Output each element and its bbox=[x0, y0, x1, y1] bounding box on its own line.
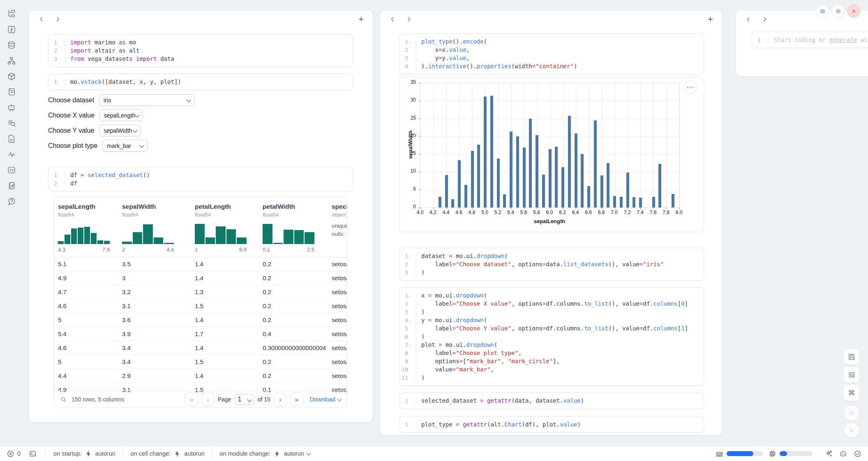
code-text[interactable]: y=y.value, bbox=[416, 54, 470, 62]
code-cell-plot-type[interactable]: 1plot_type = getattr(alt.Chart(df), plot… bbox=[399, 416, 704, 433]
logs-search-icon[interactable] bbox=[7, 118, 16, 128]
table-row[interactable]: 5.13.51.40.2setosa bbox=[54, 257, 347, 271]
table-row[interactable]: 53.61.40.2setosa bbox=[54, 313, 347, 327]
chart-menu-button[interactable]: ••• bbox=[684, 81, 697, 94]
code-cell-vstack[interactable]: 1mo.vstack([dataset, x, y, plot]) bbox=[48, 74, 353, 90]
add-cell-button[interactable]: + bbox=[708, 15, 713, 24]
code-text[interactable]: plot = mo.ui.dropdown( bbox=[416, 341, 497, 349]
chevron-left-icon[interactable] bbox=[38, 16, 45, 23]
close-button[interactable] bbox=[847, 5, 860, 18]
code-text[interactable]: ) bbox=[416, 268, 425, 277]
code-text[interactable]: import altair as alt bbox=[65, 46, 140, 55]
code-text[interactable]: label="Choose Y value", options=df.colum… bbox=[416, 324, 688, 332]
table-row[interactable]: 4.63.11.50.2setosa bbox=[54, 299, 347, 313]
document-icon[interactable] bbox=[7, 134, 16, 144]
on-module-change-setting[interactable]: on module change: autorun bbox=[220, 450, 311, 458]
terminal-button[interactable] bbox=[29, 450, 37, 458]
copilot-button[interactable] bbox=[839, 450, 847, 458]
code-text[interactable]: value="mark_bar", bbox=[416, 365, 494, 373]
ai-assistant-button[interactable] bbox=[825, 450, 833, 458]
code-text[interactable]: x = mo.ui.dropdown( bbox=[416, 291, 487, 300]
code-text[interactable]: Start coding or generate with bbox=[769, 36, 868, 44]
column-header[interactable]: petalWidthfloat640.12.5 bbox=[259, 203, 328, 253]
code-text[interactable]: dataset = mo.ui.dropdown( bbox=[416, 252, 508, 260]
code-text[interactable]: ) bbox=[416, 308, 425, 316]
chevron-right-icon[interactable] bbox=[762, 16, 768, 23]
notepad-icon[interactable] bbox=[7, 181, 16, 191]
activity-icon[interactable] bbox=[7, 150, 16, 159]
chat-icon[interactable] bbox=[7, 103, 16, 113]
code-cell-df[interactable]: 1df = selected_dataset()2df bbox=[48, 167, 353, 191]
column-header[interactable]: sepalLengthfloat644.37.9 bbox=[54, 203, 118, 253]
code-text[interactable]: plot_type().encode( bbox=[416, 37, 487, 46]
keyboard-shortcuts-button[interactable]: ⌘ bbox=[843, 385, 860, 401]
dependency-graph-icon[interactable] bbox=[7, 56, 16, 66]
page-select[interactable]: 1 bbox=[235, 394, 254, 405]
connection-status-button[interactable] bbox=[854, 450, 861, 458]
chevron-left-icon[interactable] bbox=[389, 16, 396, 23]
column-header[interactable]: sepalWidthfloat6424.4 bbox=[118, 203, 191, 253]
plot-area[interactable] bbox=[420, 83, 680, 208]
next-page-button[interactable]: › bbox=[274, 393, 287, 406]
chevron-right-icon[interactable] bbox=[55, 16, 61, 23]
table-row[interactable]: 5.43.91.70.4setosa bbox=[54, 327, 347, 341]
snippets-icon[interactable] bbox=[7, 165, 16, 175]
code-text[interactable]: df bbox=[65, 179, 77, 187]
column-header[interactable]: speciesobjectunique:nulls: bbox=[328, 203, 347, 253]
dropdown-select[interactable]: iris bbox=[99, 94, 194, 106]
table-row[interactable]: 4.42.91.40.2setosa bbox=[54, 369, 347, 383]
layout-button[interactable] bbox=[843, 366, 860, 383]
code-text[interactable]: ).interactive().properties(width="contai… bbox=[416, 62, 577, 70]
packages-icon[interactable] bbox=[7, 71, 16, 81]
functions-icon[interactable] bbox=[7, 25, 16, 35]
chevron-right-icon[interactable] bbox=[406, 16, 412, 23]
run-button[interactable] bbox=[844, 422, 859, 438]
code-text[interactable]: label="Choose X value", options=df.colum… bbox=[416, 300, 688, 308]
settings-button[interactable] bbox=[831, 5, 845, 18]
code-text[interactable]: df = selected_dataset() bbox=[65, 171, 150, 179]
code-text[interactable]: x=x.value, bbox=[416, 46, 470, 54]
dropdown-select[interactable]: sepalWidth bbox=[99, 124, 141, 136]
dropdown-select[interactable]: sepalLength bbox=[99, 109, 143, 121]
code-cell-selected-dataset[interactable]: 1selected_dataset = getattr(data, datase… bbox=[399, 392, 704, 409]
code-text[interactable]: options=["mark_bar", "mark_circle"], bbox=[416, 357, 560, 365]
code-text[interactable]: y = mo.ui.dropdown( bbox=[416, 316, 487, 324]
code-text[interactable]: selected_dataset = getattr(data, dataset… bbox=[416, 396, 584, 405]
error-counter[interactable]: 0 bbox=[7, 450, 21, 458]
dropdown-select[interactable]: mark_bar bbox=[102, 140, 148, 152]
code-cell-plot[interactable]: 1⌄plot_type().encode(2 x=x.value,3 y=y.v… bbox=[399, 33, 704, 74]
code-text[interactable]: plot_type = getattr(alt.Chart(df), plot.… bbox=[416, 420, 581, 429]
code-cell-dataset-dropdown[interactable]: 1⌄dataset = mo.ui.dropdown(2 label="Choo… bbox=[399, 248, 704, 281]
code-cell-empty[interactable]: 1Start coding or generate with bbox=[752, 32, 868, 48]
code-text[interactable]: ) bbox=[416, 332, 425, 341]
stop-button[interactable] bbox=[844, 405, 859, 421]
menu-button[interactable] bbox=[816, 5, 829, 18]
chevron-left-icon[interactable] bbox=[745, 16, 752, 23]
table-row[interactable]: 53.41.50.2setosa bbox=[54, 355, 347, 369]
previous-page-button[interactable]: ‹ bbox=[201, 393, 215, 406]
on-startup-setting[interactable]: on startup: autorun bbox=[53, 450, 115, 458]
search-icon[interactable] bbox=[60, 396, 67, 403]
code-text[interactable]: label="Choose plot type", bbox=[416, 349, 522, 357]
code-cell-xy-dropdowns[interactable]: 1⌄x = mo.ui.dropdown(2 label="Choose X v… bbox=[399, 287, 704, 386]
table-row[interactable]: 4.73.21.30.2setosa bbox=[54, 285, 347, 299]
code-text[interactable]: label="Choose dataset", options=data.lis… bbox=[416, 260, 664, 268]
column-header[interactable]: petalLengthfloat6416.9 bbox=[191, 203, 259, 253]
code-text[interactable]: from vega_datasets import data bbox=[65, 55, 174, 63]
on-cell-change-setting[interactable]: on cell change: autorun bbox=[131, 450, 205, 458]
save-button[interactable] bbox=[843, 348, 860, 365]
table-row[interactable]: 4.931.40.2setosa bbox=[54, 271, 347, 285]
table-row[interactable]: 4.63.41.40.30000000000000004setosa bbox=[54, 341, 347, 355]
add-cell-button[interactable]: + bbox=[358, 15, 364, 24]
database-icon[interactable] bbox=[7, 40, 16, 50]
last-page-button[interactable]: » bbox=[290, 393, 303, 406]
code-cell-imports[interactable]: 1import marimo as mo2import altair as al… bbox=[48, 34, 353, 67]
code-text[interactable]: import marimo as mo bbox=[65, 38, 136, 46]
help-icon[interactable] bbox=[7, 196, 16, 206]
code-text[interactable]: mo.vstack([dataset, x, y, plot]) bbox=[65, 78, 181, 86]
download-button[interactable]: Download bbox=[310, 396, 341, 403]
scroll-icon[interactable] bbox=[7, 87, 16, 97]
code-text[interactable]: ) bbox=[416, 373, 425, 382]
file-tree-icon[interactable] bbox=[7, 9, 16, 19]
first-page-button[interactable]: « bbox=[185, 393, 198, 406]
